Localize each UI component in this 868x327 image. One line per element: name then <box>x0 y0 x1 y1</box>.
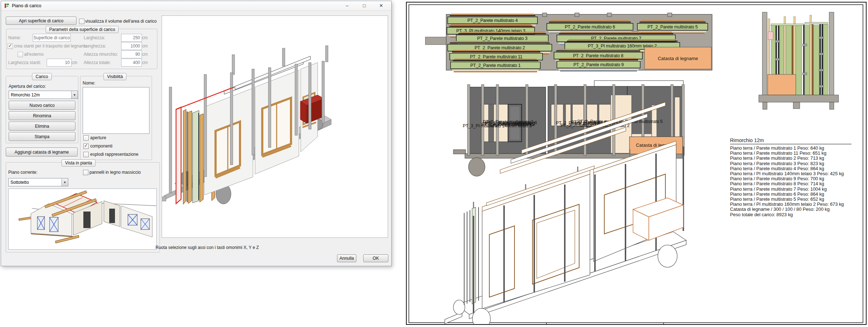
trailer-3d-viewport[interactable] <box>162 15 388 238</box>
parameters-group-title: Parametri della superficie di carico <box>46 26 119 33</box>
carico-button-stampa[interactable]: Stampa <box>9 132 75 141</box>
allesterno-label: all'esterno <box>24 52 43 57</box>
plan-view: PT_2_Parete multistrato 4PT_3_PI multist… <box>425 13 712 72</box>
plan-panel-label: PT_2_Parete multistrato 9 <box>573 62 624 67</box>
param-field-unit: cm <box>142 44 148 49</box>
open-load-surface-button[interactable]: Apri superficie di carico <box>6 17 77 25</box>
nome-label: Nome: <box>8 35 21 40</box>
weight-line: Piano terra / PI multistrato 160mm telai… <box>730 202 857 207</box>
visibilita-checkbox-label: esplodi rappresentazione <box>90 152 138 157</box>
weight-line: Piano terra / Parete multistrato 1 Peso:… <box>730 146 857 151</box>
visibilita-checkbox-componenti[interactable] <box>83 144 89 149</box>
piano-corrente-combobox[interactable]: Sottotetto <box>8 178 68 186</box>
weight-line: Piano terra / Parete multistrato 4 Peso:… <box>730 166 857 171</box>
weight-line: Piano terra / Parete multistrato 7 Peso:… <box>730 187 857 192</box>
house-3d-sketch <box>9 189 156 249</box>
weight-line: Catasta di legname / 300 / 100 / 80 Peso… <box>730 207 857 212</box>
weight-line: Piano terra / Parete multistrato 6 Peso:… <box>730 192 857 197</box>
screen: Piano di carico – □ ✕ Apri superficie di… <box>0 0 868 327</box>
ok-button[interactable]: OK <box>363 254 388 262</box>
apertura-label: Apertura del carico: <box>9 84 46 89</box>
param-field-value[interactable]: 1000 <box>121 42 142 50</box>
plan-panel-label: PT_2_Parete multistrato 3 <box>477 36 527 41</box>
dialog-title: Piano di carico <box>12 3 41 8</box>
param-field-unit: cm <box>142 60 148 65</box>
elevation-panel-label: PT_2_Parete multistrato 2 <box>484 122 535 127</box>
plan-panel-label: PT_2_Parete multistrato 4 <box>467 18 518 23</box>
trailer-3d-drawing <box>162 16 388 237</box>
app-icon <box>4 3 10 9</box>
carico-button-rinomina[interactable]: Rinomina <box>9 111 75 120</box>
floor-plan-preview[interactable] <box>8 189 157 250</box>
piano-corrente-value: Sottotetto <box>10 180 29 185</box>
visibilita-listbox[interactable] <box>83 87 149 134</box>
add-wood-stack-button[interactable]: Aggiungi catasta di legname <box>6 147 78 156</box>
weight-line: Peso totale del carico: 8923 kg <box>730 212 857 217</box>
visibilita-nome-label: Nome: <box>83 81 95 86</box>
section-view <box>759 12 839 109</box>
plan-panel-label: PT_2_Parete multistrato 1 <box>470 63 521 68</box>
param-field-label: Larghezza: <box>84 35 105 40</box>
visibilita-checkbox-aperture[interactable] <box>83 135 89 141</box>
status-text: Ruota selezione sugli assi con i tasti o… <box>156 245 259 250</box>
param-field-value[interactable]: 250 <box>121 34 142 42</box>
weight-line: Piano terra / Parete multistrato 3 Peso:… <box>730 161 857 166</box>
vista-group-title: Vista in pianta <box>61 159 96 167</box>
visibilita-checkbox-label: aperture <box>90 135 106 140</box>
param-field-unit: cm <box>142 35 148 40</box>
allesterno-checkbox[interactable] <box>18 52 23 57</box>
carico-group-title: Carico <box>32 73 52 80</box>
apertura-combobox[interactable]: Rimorchio 12m <box>9 91 78 99</box>
minimize-icon[interactable]: – <box>342 3 352 8</box>
larghezza-stanti-field[interactable]: 10 <box>47 59 71 67</box>
nome-field[interactable]: Superficie di carico <box>33 34 71 42</box>
plan-panel-label: PT_2_Parete multistrato 11 <box>470 54 522 59</box>
param-field-value[interactable]: 90 <box>121 50 142 58</box>
maximize-icon[interactable]: □ <box>359 3 370 8</box>
show-volume-checkbox[interactable] <box>79 19 84 24</box>
cancel-button[interactable]: Annulla <box>337 254 356 262</box>
plan-catasta-label: Catasta di legname <box>658 56 698 61</box>
param-field-label: Altezza rimorchio: <box>84 52 118 57</box>
weight-list-title: Rimorchio 12m <box>730 137 851 144</box>
piano-di-carico-dialog: Piano di carico – □ ✕ Apri superficie di… <box>1 1 392 266</box>
crea-stanti-checkbox[interactable] <box>8 44 13 49</box>
piano-corrente-label: Piano corrente: <box>8 170 37 175</box>
weight-line: Piano terra / Parete multistrato 2 Peso:… <box>730 156 857 161</box>
weight-line: Piano terra / Parete multistrato 11 Peso… <box>730 151 857 156</box>
visibilita-checkbox-esplodi[interactable] <box>83 152 89 157</box>
weight-line: Piano terra / PI multistrato 140mm telai… <box>730 171 857 176</box>
plan-panel-label: PT_2_Parete multistrato 6 <box>565 24 615 29</box>
param-field-label: Lunghezza: <box>84 44 106 49</box>
larghezza-stanti-unit: cm <box>71 60 77 65</box>
carico-button-nuovo-carico[interactable]: Nuovo carico <box>9 101 75 110</box>
carico-button-elimina[interactable]: Elimina <box>9 122 75 131</box>
weight-line: Piano terra / Parete multistrato 9 Peso:… <box>730 176 857 181</box>
pannelli-checkbox[interactable] <box>83 170 88 175</box>
crea-stanti-label: crea stanti per il trasporto del legname <box>14 44 87 49</box>
apertura-value: Rimorchio 12m <box>11 92 40 97</box>
weight-line: Piano terra / Parete multistrato 8 Peso:… <box>730 181 857 186</box>
visibilita-group-title: Visibilità <box>103 73 126 80</box>
param-field-unit: cm <box>142 52 148 57</box>
print-preview-page: PT_2_Parete multistrato 4PT_3_PI multist… <box>406 2 867 325</box>
plan-panel-label: PT_2_Parete multistrato 2 <box>475 45 525 50</box>
visibilita-checkbox-label: componenti <box>90 144 112 149</box>
weight-list: Rimorchio 12m Piano terra / Parete multi… <box>730 137 857 217</box>
plan-panel-label: PT_2_Parete multistrato 8 <box>573 53 623 58</box>
param-field-value[interactable]: 400 <box>121 59 142 67</box>
plan-panel-label: PT_2_Parete multistrato 5 <box>647 24 698 29</box>
pannelli-label: pannelli in legno massiccio <box>89 170 141 175</box>
dialog-titlebar[interactable]: Piano di carico – □ ✕ <box>1 1 391 11</box>
show-volume-label: visualizza il volume dell'area di carico <box>85 19 157 24</box>
param-field-label: Altezza totale: <box>84 60 111 65</box>
close-icon[interactable]: ✕ <box>376 3 387 8</box>
weight-line: Piano terra / Parete multistrato 5 Peso:… <box>730 197 857 202</box>
larghezza-stanti-label: Larghezza stanti: <box>8 60 41 65</box>
